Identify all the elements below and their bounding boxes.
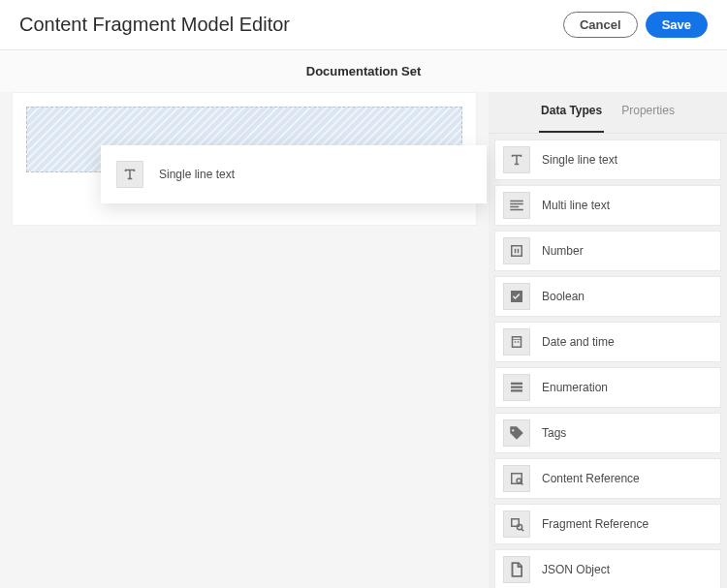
header-actions: Cancel Save xyxy=(563,12,708,38)
data-type-label: JSON Object xyxy=(542,563,610,576)
multiline-icon xyxy=(503,192,530,219)
panel-tabs: Data Types Properties xyxy=(489,92,727,134)
drag-preview-label: Single line text xyxy=(159,168,235,181)
data-type-item[interactable]: Single line text xyxy=(494,139,721,180)
data-type-item[interactable]: Enumeration xyxy=(494,367,721,408)
data-type-list: Single line textMulti line textNumberBoo… xyxy=(489,134,727,588)
text-icon xyxy=(503,146,530,173)
enum-icon xyxy=(503,374,530,401)
data-type-label: Content Reference xyxy=(542,472,640,485)
cancel-button[interactable]: Cancel xyxy=(563,12,638,38)
text-icon xyxy=(116,161,143,188)
tab-properties[interactable]: Properties xyxy=(621,104,675,123)
save-button[interactable]: Save xyxy=(646,12,708,38)
header: Content Fragment Model Editor Cancel Sav… xyxy=(0,0,727,50)
data-type-label: Multi line text xyxy=(542,199,610,212)
data-type-label: Enumeration xyxy=(542,381,608,394)
contentref-icon xyxy=(503,465,530,492)
boolean-icon xyxy=(503,283,530,310)
data-type-item[interactable]: Content Reference xyxy=(494,458,721,499)
json-icon xyxy=(503,556,530,583)
data-type-label: Fragment Reference xyxy=(542,517,648,531)
data-type-item[interactable]: JSON Object xyxy=(494,549,721,588)
data-type-item[interactable]: Fragment Reference xyxy=(494,504,721,544)
data-type-item[interactable]: Date and time xyxy=(494,322,721,362)
right-panel: Data Types Properties Single line textMu… xyxy=(489,92,727,588)
date-icon xyxy=(503,328,530,356)
page-title: Content Fragment Model Editor xyxy=(19,14,290,36)
number-icon xyxy=(503,237,530,264)
tab-data-types[interactable]: Data Types xyxy=(541,104,602,123)
data-type-label: Number xyxy=(542,244,584,258)
data-type-item[interactable]: Boolean xyxy=(494,276,721,317)
data-type-label: Tags xyxy=(542,426,566,440)
model-title: Documentation Set xyxy=(0,50,727,92)
fragref-icon xyxy=(503,511,530,538)
data-type-label: Single line text xyxy=(542,153,617,167)
data-type-label: Boolean xyxy=(542,290,585,303)
data-type-item[interactable]: Multi line text xyxy=(494,185,721,226)
drag-preview[interactable]: Single line text xyxy=(101,145,487,203)
tag-icon xyxy=(503,419,530,447)
data-type-label: Date and time xyxy=(542,335,615,349)
data-type-item[interactable]: Tags xyxy=(494,413,721,453)
data-type-item[interactable]: Number xyxy=(494,231,721,271)
